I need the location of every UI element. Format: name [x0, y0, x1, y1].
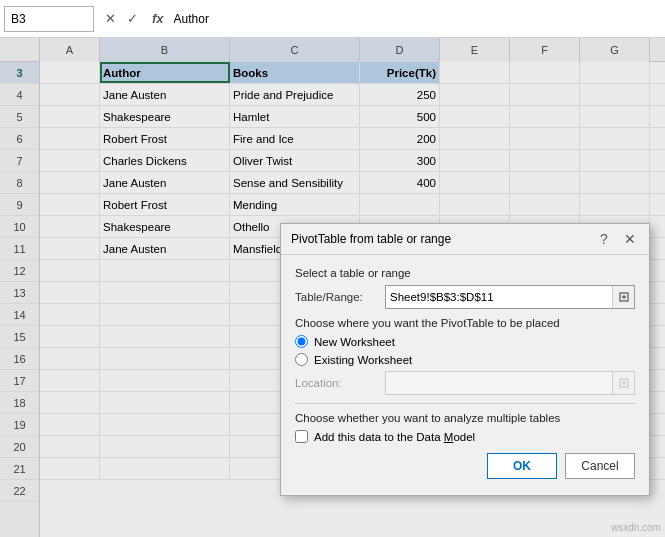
data-model-label: Add this data to the Data Model — [314, 431, 475, 443]
formula-bar: B3 ✕ ✓ fx — [0, 0, 665, 38]
name-box[interactable]: B3 — [4, 6, 94, 32]
table-range-label: Table/Range: — [295, 291, 385, 303]
dialog-body: Select a table or range Table/Range: Cho… — [281, 255, 649, 495]
confirm-formula-button[interactable]: ✓ — [122, 9, 142, 29]
new-worksheet-radio[interactable] — [295, 335, 308, 348]
dialog-footer: OK Cancel — [295, 453, 635, 483]
pivot-table-dialog: PivotTable from table or range ? ✕ Selec… — [280, 223, 650, 496]
table-range-row: Table/Range: — [295, 285, 635, 309]
dialog-help-button[interactable]: ? — [595, 230, 613, 248]
dialog-divider — [295, 403, 635, 404]
new-worksheet-label: New Worksheet — [314, 336, 395, 348]
location-label: Location: — [295, 377, 385, 389]
existing-worksheet-radio[interactable] — [295, 353, 308, 366]
dialog-title-bar: PivotTable from table or range ? ✕ — [281, 224, 649, 255]
table-range-picker-button[interactable] — [612, 286, 634, 308]
table-range-input-wrap — [385, 285, 635, 309]
new-worksheet-radio-row: New Worksheet — [295, 335, 635, 348]
location-input — [386, 372, 612, 394]
location-input-wrap — [385, 371, 635, 395]
dialog-controls: ? ✕ — [595, 230, 639, 248]
dialog-title: PivotTable from table or range — [291, 232, 451, 246]
existing-worksheet-radio-row: Existing Worksheet — [295, 353, 635, 366]
existing-worksheet-label: Existing Worksheet — [314, 354, 412, 366]
dialog-close-button[interactable]: ✕ — [621, 230, 639, 248]
section-multiple-tables-label: Choose whether you want to analyze multi… — [295, 412, 635, 424]
formula-controls: ✕ ✓ — [100, 9, 142, 29]
location-row: Location: — [295, 371, 635, 395]
data-model-checkbox-row: Add this data to the Data Model — [295, 430, 635, 443]
cancel-formula-button[interactable]: ✕ — [100, 9, 120, 29]
section-select-range-label: Select a table or range — [295, 267, 635, 279]
section-placement-label: Choose where you want the PivotTable to … — [295, 317, 635, 329]
data-model-checkbox[interactable] — [295, 430, 308, 443]
spreadsheet-area: A B C D E F G 3 4 5 6 7 8 9 10 11 12 13 … — [0, 38, 665, 537]
ok-button[interactable]: OK — [487, 453, 557, 479]
location-picker-button — [612, 372, 634, 394]
table-range-input[interactable] — [386, 286, 612, 308]
formula-input[interactable] — [170, 6, 661, 32]
cancel-button[interactable]: Cancel — [565, 453, 635, 479]
fx-label: fx — [152, 11, 164, 26]
